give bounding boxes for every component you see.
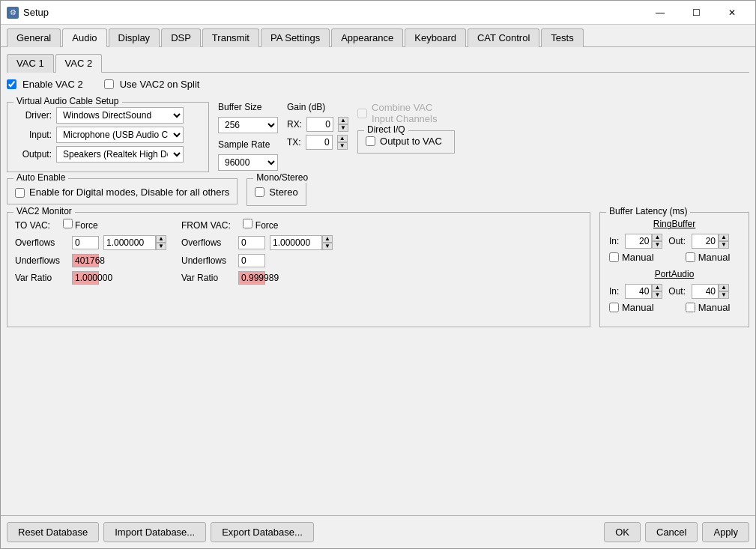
pa-out-manual-checkbox[interactable]: [686, 303, 695, 312]
from-vac-spin-input[interactable]: [270, 235, 322, 250]
combine-vac-row: Combine VACInput Channels: [357, 102, 455, 124]
reset-db-button[interactable]: Reset Database: [7, 522, 99, 542]
tab-transmit[interactable]: Transmit: [202, 28, 259, 47]
tab-cat-control[interactable]: CAT Control: [468, 28, 539, 47]
sample-rate-select[interactable]: 96000: [218, 154, 278, 171]
enable-vac2-label: Enable VAC 2: [22, 79, 83, 90]
pa-manual-row: Manual Manual: [609, 302, 740, 313]
input-select[interactable]: Microphone (USB Audio COD: [56, 127, 184, 143]
rb-in-up[interactable]: ▲: [652, 234, 662, 241]
output-to-vac-checkbox[interactable]: [366, 136, 375, 146]
driver-select[interactable]: Windows DirectSound: [56, 107, 184, 124]
export-db-button[interactable]: Export Database...: [211, 522, 314, 542]
tab-pa-settings[interactable]: PA Settings: [261, 28, 330, 47]
from-vac-force-spin: ▲ ▼: [270, 235, 333, 250]
to-vac-overflows-row: Overflows 0 ▲ ▼: [15, 235, 166, 250]
tab-display[interactable]: Display: [109, 28, 160, 47]
to-vac-down-arrow[interactable]: ▼: [156, 243, 166, 250]
use-vac2-split-checkbox[interactable]: [104, 79, 114, 89]
rb-out-arrows: ▲ ▼: [719, 234, 729, 249]
from-vac-up-arrow[interactable]: ▲: [322, 235, 333, 243]
pa-in-manual-checkbox[interactable]: [609, 303, 619, 312]
rb-in-spin: ▲ ▼: [625, 234, 662, 249]
pa-in-manual: Manual: [609, 302, 654, 313]
tx-down-arrow[interactable]: ▼: [337, 142, 348, 150]
to-vac-force-checkbox[interactable]: [63, 219, 73, 228]
tab-appearance[interactable]: Appearance: [331, 28, 403, 47]
footer: Reset Database Import Database... Export…: [1, 515, 755, 548]
pa-in-manual-label: Manual: [622, 302, 654, 313]
rb-in-manual: Manual: [609, 252, 654, 263]
tab-dsp[interactable]: DSP: [161, 28, 201, 47]
rx-up-arrow[interactable]: ▲: [338, 117, 348, 124]
pa-out-down[interactable]: ▼: [719, 291, 729, 299]
tab-tests[interactable]: Tests: [541, 28, 583, 47]
latency-title: Buffer Latency (ms): [606, 206, 690, 216]
rb-in-input[interactable]: [625, 234, 652, 249]
combine-vac-checkbox: [357, 109, 367, 118]
direct-iq-title: Direct I/Q: [364, 124, 408, 135]
tx-row: TX: ▲ ▼: [287, 135, 348, 150]
enable-vac2-checkbox[interactable]: [7, 79, 16, 89]
minimize-button[interactable]: —: [643, 1, 677, 24]
pa-out-input[interactable]: [692, 284, 719, 299]
pa-out-arrows: ▲ ▼: [719, 284, 729, 299]
vac2-monitor-group: VAC2 Monitor TO VAC: Force Overfl: [7, 212, 590, 327]
pa-in-input[interactable]: [625, 284, 652, 299]
direct-iq-group: Direct I/Q Output to VAC: [357, 130, 455, 154]
right-group: Combine VACInput Channels Direct I/Q Out…: [357, 102, 455, 154]
tab-audio[interactable]: Audio: [62, 28, 106, 47]
cancel-button[interactable]: Cancel: [645, 522, 698, 542]
subtab-vac1[interactable]: VAC 1: [7, 54, 54, 73]
tx-up-arrow[interactable]: ▲: [337, 135, 348, 142]
to-vac-var-ratio-row: Var Ratio 1.000000: [15, 271, 166, 285]
rb-in-down[interactable]: ▼: [652, 241, 662, 249]
to-vac-col: TO VAC: Force Overflows 0: [15, 219, 166, 287]
pa-in-down[interactable]: ▼: [652, 291, 662, 299]
rb-out-manual-checkbox[interactable]: [686, 252, 695, 262]
stereo-checkbox[interactable]: [255, 187, 264, 197]
rb-in-manual-checkbox[interactable]: [609, 252, 619, 262]
window-controls: — ☐ ✕: [643, 1, 749, 24]
from-vac-var-ratio-label: Var Ratio: [181, 273, 234, 283]
maximize-button[interactable]: ☐: [679, 1, 713, 24]
from-vac-down-arrow[interactable]: ▼: [322, 243, 333, 250]
tx-gain-input[interactable]: [306, 135, 333, 150]
ringbuffer-title: RingBuffer: [609, 219, 740, 229]
rx-gain-input[interactable]: [306, 117, 333, 132]
buffer-size-select[interactable]: 256: [218, 117, 278, 133]
rx-down-arrow[interactable]: ▼: [338, 124, 348, 132]
import-db-button[interactable]: Import Database...: [103, 522, 206, 542]
pa-in-label: In:: [609, 286, 619, 297]
to-vac-force-label: Force: [75, 220, 98, 231]
pa-out-manual: Manual: [686, 302, 731, 313]
output-select[interactable]: Speakers (Realtek High Defi: [56, 146, 184, 163]
ok-button[interactable]: OK: [604, 522, 641, 542]
from-vac-underflows-row: Underflows 0: [181, 254, 333, 267]
tab-keyboard[interactable]: Keyboard: [405, 28, 466, 47]
tab-general[interactable]: General: [7, 28, 61, 47]
from-vac-col: FROM VAC: Force Overflows 0: [181, 219, 333, 287]
rb-out-up[interactable]: ▲: [719, 234, 729, 241]
rb-out-down[interactable]: ▼: [719, 241, 729, 249]
to-vac-underflows-value: 401768: [72, 254, 99, 267]
rb-in-label: In:: [609, 236, 619, 246]
apply-button[interactable]: Apply: [702, 522, 749, 542]
to-vac-spin-input[interactable]: [103, 235, 156, 250]
content-area: VAC 1 VAC 2 Enable VAC 2 Use VAC2 on Spl…: [1, 47, 755, 515]
rb-out-input[interactable]: [692, 234, 719, 249]
from-vac-force-checkbox[interactable]: [243, 219, 252, 228]
stereo-row: Stereo: [255, 183, 297, 198]
pa-in-spin: ▲ ▼: [625, 284, 662, 299]
pa-in-up[interactable]: ▲: [652, 284, 662, 291]
auto-enable-checkbox[interactable]: [15, 188, 25, 198]
from-vac-overflows-label: Overflows: [181, 237, 234, 248]
input-label: Input:: [15, 130, 56, 140]
subtab-vac2[interactable]: VAC 2: [55, 54, 103, 73]
vac-setup-group: Virtual Audio Cable Setup Driver: Window…: [7, 102, 209, 172]
pa-out-up[interactable]: ▲: [719, 284, 729, 291]
to-vac-up-arrow[interactable]: ▲: [156, 235, 166, 243]
close-button[interactable]: ✕: [715, 1, 749, 24]
rb-out-manual: Manual: [686, 252, 731, 263]
rb-out-spin: ▲ ▼: [692, 234, 729, 249]
